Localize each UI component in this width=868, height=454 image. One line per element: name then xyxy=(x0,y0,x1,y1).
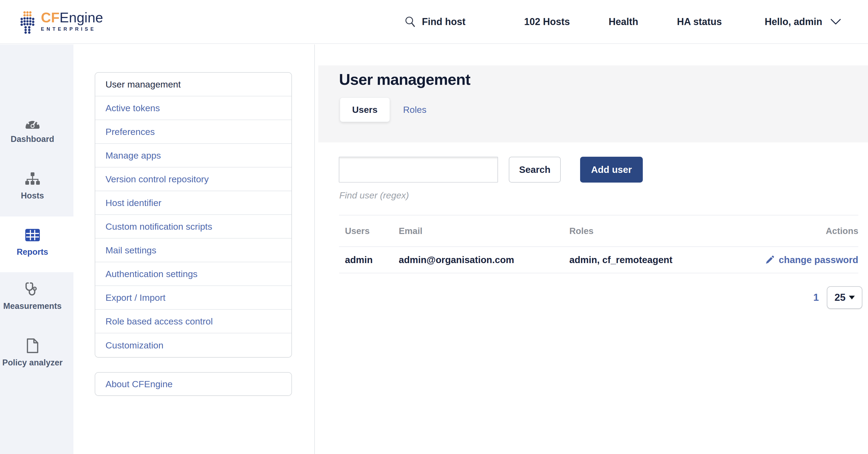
user-menu-button[interactable]: Hello, admin xyxy=(765,16,842,27)
about-card: About CFEngine xyxy=(95,372,292,396)
table-icon xyxy=(25,229,40,242)
add-user-button[interactable]: Add user xyxy=(580,157,643,182)
content-divider xyxy=(314,45,315,454)
cfengine-logo[interactable]: CFEngine ENTERPRISE xyxy=(19,10,103,34)
cfengine-logo-text: CFEngine ENTERPRISE xyxy=(41,10,103,32)
find-user-input[interactable] xyxy=(339,157,498,182)
find-host-label: Find host xyxy=(422,16,465,27)
column-header-email: Email xyxy=(399,226,569,236)
menu-item-user-management[interactable]: User management xyxy=(95,73,291,96)
ha-status-link[interactable]: HA status xyxy=(677,16,722,27)
page-header-band: User management Users Roles xyxy=(318,65,868,142)
pencil-icon xyxy=(765,255,774,264)
sidebar-label-reports: Reports xyxy=(0,247,65,257)
cfengine-app: CFEngine ENTERPRISE Find host 102 Hosts … xyxy=(0,0,868,454)
menu-item-mail-settings[interactable]: Mail settings xyxy=(95,238,291,262)
menu-item-preferences[interactable]: Preferences xyxy=(95,120,291,144)
page-title: User management xyxy=(339,70,470,88)
file-icon xyxy=(26,338,39,353)
menu-item-version-control-repository[interactable]: Version control repository xyxy=(95,168,291,191)
page-size-dropdown[interactable]: 25 xyxy=(827,286,862,309)
sidebar-item-reports[interactable]: Reports xyxy=(0,217,73,272)
sidebar-label-hosts: Hosts xyxy=(0,191,65,201)
roles-cell: admin, cf_remoteagent xyxy=(569,254,765,265)
caret-down-icon xyxy=(849,296,855,300)
logo-engine: Engine xyxy=(59,10,103,25)
sitemap-icon xyxy=(25,172,40,186)
table-row: admin admin@organisation.com admin, cf_r… xyxy=(339,247,858,273)
menu-item-about-cfengine[interactable]: About CFEngine xyxy=(95,373,291,395)
column-header-users: Users xyxy=(345,226,399,236)
sidebar: Dashboard Hosts xyxy=(0,45,73,454)
user-cell: admin xyxy=(345,254,399,265)
chevron-down-icon xyxy=(830,18,842,25)
sidebar-item-hosts[interactable]: Hosts xyxy=(0,170,73,201)
email-cell: admin@organisation.com xyxy=(399,254,569,265)
top-header: CFEngine ENTERPRISE Find host 102 Hosts … xyxy=(0,0,868,44)
ha-status-label: HA status xyxy=(677,16,722,27)
users-table: Users Email Roles Actions admin admin@or… xyxy=(339,215,858,273)
settings-menu: User management Active tokens Preference… xyxy=(95,72,292,358)
menu-item-active-tokens[interactable]: Active tokens xyxy=(95,96,291,120)
menu-item-host-identifier[interactable]: Host identifier xyxy=(95,191,291,215)
sidebar-label-dashboard: Dashboard xyxy=(0,134,65,144)
gauge-icon xyxy=(24,115,41,130)
column-header-actions: Actions xyxy=(826,226,858,236)
pagination-page-1[interactable]: 1 xyxy=(809,286,823,309)
column-header-roles: Roles xyxy=(569,226,826,236)
sidebar-item-policy-analyzer[interactable]: Policy analyzer xyxy=(0,337,73,368)
menu-item-export-import[interactable]: Export / Import xyxy=(95,286,291,310)
find-user-hint: Find user (regex) xyxy=(339,190,409,201)
sidebar-item-measurements[interactable]: Measurements xyxy=(0,280,73,311)
menu-item-authentication-settings[interactable]: Authentication settings xyxy=(95,262,291,286)
hosts-count-label: 102 Hosts xyxy=(524,16,570,27)
change-password-link[interactable]: change password xyxy=(765,254,858,265)
tab-users[interactable]: Users xyxy=(340,97,390,122)
health-link[interactable]: Health xyxy=(609,16,638,27)
cfengine-robot-icon xyxy=(19,10,36,34)
search-button[interactable]: Search xyxy=(509,157,561,182)
table-header-row: Users Email Roles Actions xyxy=(339,216,858,247)
menu-item-role-based-access-control[interactable]: Role based access control xyxy=(95,310,291,333)
menu-item-custom-notification-scripts[interactable]: Custom notification scripts xyxy=(95,215,291,238)
hosts-count-link[interactable]: 102 Hosts xyxy=(524,16,570,27)
find-host-button[interactable]: Find host xyxy=(404,16,465,28)
page-size-value: 25 xyxy=(834,292,845,303)
tab-roles[interactable]: Roles xyxy=(403,97,427,122)
search-icon xyxy=(404,16,416,28)
greeting-label: Hello, admin xyxy=(765,16,822,27)
sidebar-label-policy-analyzer: Policy analyzer xyxy=(0,358,65,368)
logo-enterprise: ENTERPRISE xyxy=(41,26,103,32)
health-label: Health xyxy=(609,16,638,27)
menu-item-customization[interactable]: Customization xyxy=(95,333,291,357)
sidebar-item-dashboard[interactable]: Dashboard xyxy=(0,113,73,144)
sidebar-label-measurements: Measurements xyxy=(0,301,65,311)
stethoscope-icon xyxy=(25,282,40,297)
change-password-label: change password xyxy=(779,254,858,265)
logo-cf: CF xyxy=(41,10,59,25)
menu-item-manage-apps[interactable]: Manage apps xyxy=(95,144,291,168)
